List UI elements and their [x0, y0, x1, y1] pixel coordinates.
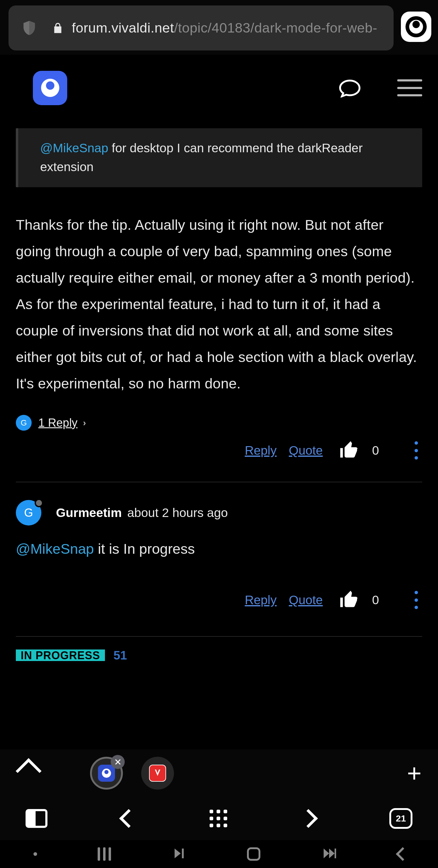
reply-avatar[interactable]: G — [16, 415, 32, 431]
post-header: G Gurmeetim about 2 hours ago — [16, 500, 422, 525]
indicator-dot — [33, 852, 37, 856]
panel-toggle-icon[interactable] — [26, 809, 48, 828]
back-icon[interactable] — [119, 809, 138, 828]
recents-icon[interactable] — [98, 847, 111, 861]
browser-top-bar: forum.vivaldi.net/topic/40183/dark-mode-… — [0, 0, 438, 55]
vivaldi-badge[interactable] — [401, 11, 431, 42]
tab-favicon — [98, 765, 115, 782]
quote-block: @MikeSnap for desktop I can recommend th… — [16, 128, 422, 187]
bottom-toolbar: 21 — [0, 797, 438, 840]
content-area: @MikeSnap for desktop I can recommend th… — [0, 101, 438, 661]
vote-count: 0 — [372, 443, 379, 458]
url-path: /topic/40183/dark-mode-for-web- — [174, 20, 377, 36]
thumbs-up-icon[interactable] — [338, 589, 360, 611]
shield-icon[interactable] — [21, 20, 38, 36]
post-actions: Reply Quote 0 — [16, 588, 422, 612]
status-chip: IN PROGRESS — [16, 649, 105, 661]
more-options-icon[interactable] — [412, 441, 420, 460]
presence-indicator — [35, 499, 43, 507]
home-icon[interactable] — [247, 847, 260, 861]
tab-bubble-active[interactable]: ✕ — [90, 757, 123, 789]
speed-dial-icon[interactable] — [210, 810, 227, 827]
post-paragraph-2: As for the experimental feature, i had t… — [16, 291, 422, 397]
hamburger-menu-icon[interactable] — [397, 79, 422, 96]
post-body: @MikeSnap it is In progress — [16, 538, 422, 560]
timestamp: about 2 hours ago — [127, 506, 228, 520]
url-host: forum.vivaldi.net — [72, 20, 174, 36]
system-nav-bar — [0, 840, 438, 868]
post-divider — [16, 636, 422, 637]
skip-forward-icon[interactable] — [321, 846, 337, 862]
tab-strip: ✕ + — [0, 749, 438, 797]
avatar[interactable]: G — [16, 500, 41, 525]
play-pause-icon[interactable] — [172, 846, 186, 862]
quote-button[interactable]: Quote — [289, 443, 323, 458]
url-text: forum.vivaldi.net/topic/40183/dark-mode-… — [72, 20, 377, 36]
system-back-icon[interactable] — [396, 847, 409, 861]
svg-rect-8 — [334, 848, 336, 858]
status-count: 51 — [113, 649, 127, 661]
username[interactable]: Gurmeetim — [56, 506, 122, 520]
tab-bubble[interactable] — [141, 757, 174, 789]
thumbs-up-icon[interactable] — [338, 439, 360, 461]
chevron-up-icon[interactable] — [16, 758, 42, 784]
chat-icon[interactable] — [339, 78, 361, 98]
svg-point-2 — [412, 21, 420, 28]
address-bar[interactable]: forum.vivaldi.net/topic/40183/dark-mode-… — [8, 5, 393, 51]
post-body: Thanks for the tip. Actually using it ri… — [16, 212, 422, 397]
lock-icon — [52, 22, 64, 34]
quote-mention[interactable]: @MikeSnap — [40, 141, 108, 155]
svg-point-6 — [104, 770, 109, 774]
post-paragraph-1: Thanks for the tip. Actually using it ri… — [16, 212, 422, 291]
close-tab-icon[interactable]: ✕ — [111, 755, 125, 769]
reply-button[interactable]: Reply — [245, 443, 277, 458]
quote-button[interactable]: Quote — [289, 593, 323, 607]
page-header — [0, 55, 438, 101]
status-row: IN PROGRESS 51 — [16, 649, 422, 661]
svg-point-4 — [46, 82, 54, 90]
reply-button[interactable]: Reply — [245, 593, 277, 607]
vote-count: 0 — [372, 593, 379, 607]
reply-count[interactable]: 1 Reply — [38, 416, 78, 429]
new-tab-button[interactable]: + — [407, 759, 421, 787]
site-logo[interactable] — [33, 71, 67, 105]
tab-favicon — [149, 765, 166, 782]
svg-rect-7 — [182, 848, 184, 858]
tabs-count-button[interactable]: 21 — [389, 808, 412, 829]
mention[interactable]: @MikeSnap — [16, 541, 94, 557]
replies-row[interactable]: G 1 Reply › — [16, 415, 422, 431]
chevron-right-icon: › — [83, 417, 86, 428]
post-divider — [16, 482, 422, 482]
post-actions: Reply Quote 0 — [16, 439, 422, 462]
more-options-icon[interactable] — [412, 591, 420, 609]
forward-icon[interactable] — [299, 809, 318, 828]
